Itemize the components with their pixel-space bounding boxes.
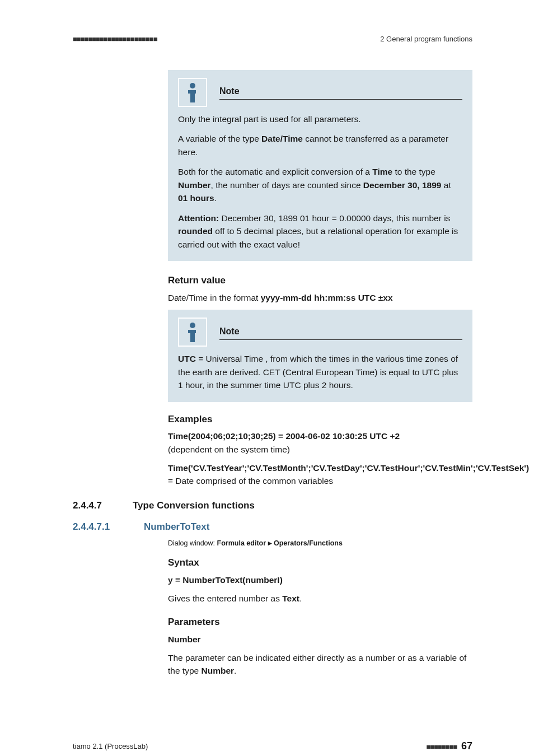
svg-point-0	[190, 83, 195, 88]
svg-point-3	[190, 323, 195, 328]
content-area: Note Only the integral part is used for …	[168, 70, 472, 678]
page-number: 67	[461, 740, 472, 752]
params-sub: Number	[168, 633, 472, 646]
example-2: Time('CV.TestYear';'CV.TestMonth';'CV.Te…	[168, 461, 472, 488]
info-icon	[178, 318, 207, 347]
heading-2-4-4-7-1: 2.4.4.7.1 NumberToText	[73, 520, 472, 534]
note1-p3: Both for the automatic and explicit conv…	[178, 165, 462, 205]
note-header-2: Note	[178, 318, 462, 347]
footer-ticks: ■■■■■■■■	[427, 743, 457, 751]
page-header: ■■■■■■■■■■■■■■■■■■■■■■ 2 General program…	[73, 34, 472, 45]
params-heading: Parameters	[168, 615, 472, 629]
dialog-window-line: Dialog window: Formula editor ▸ Operator…	[168, 538, 472, 549]
note-title: Note	[219, 85, 462, 100]
syntax-desc: Gives the entered number as Text.	[168, 592, 472, 605]
note1-p2: A variable of the type Date/Time cannot …	[178, 132, 462, 158]
header-ticks: ■■■■■■■■■■■■■■■■■■■■■■	[73, 34, 157, 45]
examples-heading: Examples	[168, 412, 472, 427]
footer-page: ■■■■■■■■ 67	[427, 739, 472, 754]
heading-title: NumberToText	[144, 520, 209, 534]
heading-2-4-4-7: 2.4.4.7 Type Conversion functions	[73, 498, 472, 513]
note2-p1: UTC = Universal Time , from which the ti…	[178, 352, 462, 392]
page-footer: tiamo 2.1 (ProcessLab) ■■■■■■■■ 67	[73, 739, 472, 754]
syntax-line: y = NumberToText(numberI)	[168, 573, 472, 586]
heading-num: 2.4.4.7	[73, 498, 115, 513]
note-box-2: Note UTC = Universal Time , from which t…	[168, 310, 472, 402]
syntax-heading: Syntax	[168, 556, 472, 570]
info-icon	[178, 78, 207, 107]
note-title-2: Note	[219, 325, 462, 340]
note1-p1: Only the integral part is used for all p…	[178, 113, 462, 126]
return-heading: Return value	[168, 273, 472, 288]
note1-p4: Attention: December 30, 1899 01 hour = 0…	[178, 212, 462, 251]
svg-rect-5	[190, 330, 195, 342]
note-box-1: Note Only the integral part is used for …	[168, 70, 472, 262]
heading-num: 2.4.4.7.1	[73, 520, 126, 534]
footer-product: tiamo 2.1 (ProcessLab)	[73, 741, 148, 752]
return-text: Date/Time in the format yyyy-mm-dd hh:mm…	[168, 291, 472, 304]
example-1: Time(2004;06;02;10;30;25) = 2004-06-02 1…	[168, 430, 472, 456]
svg-rect-2	[190, 90, 195, 102]
chapter-label: 2 General program functions	[380, 34, 472, 45]
note-body-1: Only the integral part is used for all p…	[178, 113, 462, 251]
note-body-2: UTC = Universal Time , from which the ti…	[178, 352, 462, 392]
heading-title: Type Conversion functions	[133, 498, 255, 513]
note-header: Note	[178, 78, 462, 107]
params-desc: The parameter can be indicated either di…	[168, 651, 472, 678]
